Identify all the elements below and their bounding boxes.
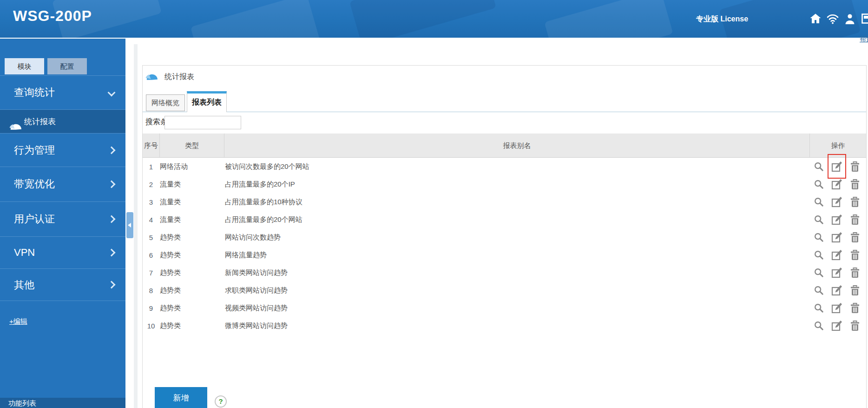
delete-icon[interactable] [849,161,861,172]
highlight-red-box [828,154,846,179]
user-icon[interactable] [844,13,856,24]
edit-icon[interactable] [831,232,842,243]
page-title-row: 统计报表 [145,71,194,83]
cell-operations [809,196,866,207]
report-pie-icon [145,72,158,81]
sidebar-collapse-handle[interactable] [126,212,133,238]
cell-type: 趋势类 [159,304,224,313]
help-link[interactable]: 帮助 [860,35,868,44]
view-icon[interactable] [813,285,824,296]
edit-icon[interactable] [831,320,842,331]
cell-name: 求职类网站访问趋势 [224,286,809,295]
tab-divider-line [143,112,866,112]
view-icon[interactable] [813,179,824,190]
sidebar-item-stat-reports[interactable]: 统计报表 [0,109,125,133]
table-row: 8 趋势类 求职类网站访问趋势 [143,281,866,299]
sidebar-tab-config[interactable]: 配置 [47,58,87,74]
view-icon[interactable] [813,267,824,278]
cell-type: 流量类 [159,180,224,189]
cell-operations [809,179,866,190]
chevron-right-icon [109,134,114,167]
table-row: 1 网络活动 被访问次数最多的20个网站 [143,158,866,175]
sidebar-item-label: 用户认证 [14,213,55,225]
wifi-icon[interactable] [827,13,839,24]
cell-type: 趋势类 [159,233,224,242]
license-label: 专业版 License [696,0,748,38]
sidebar-item-label: VPN [14,247,35,258]
sidebar-item-other[interactable]: 其他 [0,268,125,301]
sidebar-tab-modules[interactable]: 模块 [5,58,44,74]
edit-icon[interactable] [831,179,842,190]
cell-no: 7 [143,269,159,277]
cell-type: 趋势类 [159,268,224,277]
cell-type: 趋势类 [159,251,224,260]
edit-icon[interactable] [831,214,842,225]
edit-icon[interactable] [831,196,842,207]
cell-type: 流量类 [159,215,224,224]
cell-operations [809,161,866,172]
search-input[interactable] [164,116,241,129]
delete-icon[interactable] [849,214,861,225]
cell-name: 被访问次数最多的20个网站 [224,162,809,171]
edit-icon[interactable] [831,249,842,261]
view-icon[interactable] [813,232,824,243]
cell-name: 占用流量最多的20个IP [224,180,809,189]
cell-operations [809,320,866,331]
help-circle-icon[interactable]: ? [215,395,227,408]
page-scroll-strip [134,44,138,408]
sidebar-item-behavior[interactable]: 行为管理 [0,133,125,167]
page-title: 统计报表 [164,72,194,82]
table-row: 10 趋势类 微博类网站访问趋势 [143,317,866,334]
sidebar-edit-link[interactable]: +编辑 [9,317,27,326]
edit-icon[interactable] [831,302,842,314]
view-icon[interactable] [813,302,824,314]
sidebar-item-label: 行为管理 [14,144,55,156]
delete-icon[interactable] [849,320,861,331]
sidebar-tab-bar: 模块 配置 [5,58,87,74]
sidebar-item-vpn[interactable]: VPN [0,236,125,268]
cell-no: 5 [143,234,159,241]
column-header-name: 报表别名 [224,134,809,157]
table-header-row: 序号 类型 报表别名 操作 [143,134,866,158]
delete-icon[interactable] [849,232,861,243]
cell-type: 趋势类 [159,286,224,295]
view-icon[interactable] [813,320,824,331]
sidebar-item-bandwidth[interactable]: 带宽优化 [0,167,125,201]
cell-name: 占用流量最多的10种协议 [224,198,809,207]
view-icon[interactable] [813,214,824,225]
sidebar-footer-function-list[interactable]: 功能列表 [0,398,125,408]
app-logo: WSG-200P [13,7,92,25]
edit-icon[interactable] [831,161,842,172]
monitor-icon[interactable] [861,13,868,24]
cell-no: 9 [143,304,159,312]
delete-icon[interactable] [849,196,861,207]
delete-icon[interactable] [849,285,861,296]
view-icon[interactable] [813,161,824,172]
table-row: 3 流量类 占用流量最多的10种协议 [143,193,866,211]
sidebar-item-label: 其他 [14,279,34,291]
delete-icon[interactable] [849,249,861,261]
header-texture [191,0,321,38]
sidebar-item-auth[interactable]: 用户认证 [0,201,125,236]
table-row: 7 趋势类 新闻类网站访问趋势 [143,264,866,281]
view-icon[interactable] [813,196,824,207]
search-row: 搜索条件 [143,112,866,133]
delete-icon[interactable] [849,302,861,314]
chevron-down-icon [109,76,114,109]
view-icon[interactable] [813,249,824,261]
cell-no: 2 [143,181,159,188]
header-texture [349,0,496,38]
tab-report-list[interactable]: 报表列表 [187,91,227,112]
sidebar-item-query-stats[interactable]: 查询统计 [0,75,125,109]
delete-icon[interactable] [849,267,861,278]
header-texture [544,0,673,38]
add-button[interactable]: 新增 [155,387,207,408]
edit-icon[interactable] [831,267,842,278]
home-icon[interactable] [809,13,822,24]
chevron-right-icon [109,167,114,201]
table-row: 4 流量类 占用流量最多的20个网站 [143,211,866,228]
table-row: 9 趋势类 视频类网站访问趋势 [143,299,866,317]
delete-icon[interactable] [849,179,861,190]
edit-icon[interactable] [831,285,842,296]
tab-network-overview[interactable]: 网络概览 [146,94,185,111]
